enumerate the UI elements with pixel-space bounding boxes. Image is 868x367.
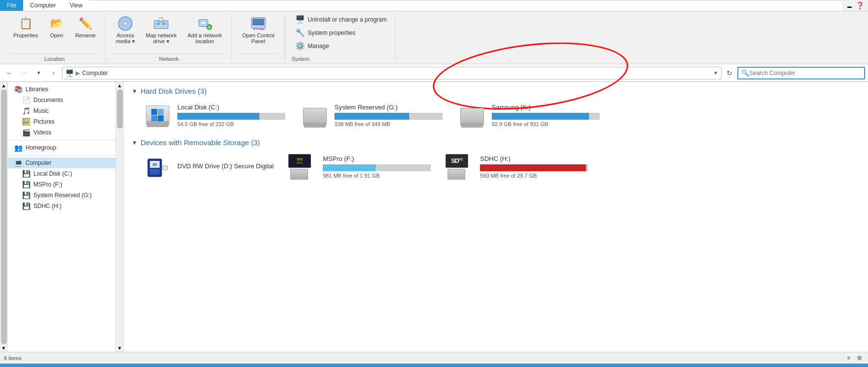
access-media-icon xyxy=(117,16,133,31)
svg-rect-22 xyxy=(158,115,164,121)
sidebar-item-videos[interactable]: 🎬 Videos xyxy=(8,127,115,138)
address-text: Computer xyxy=(82,70,713,77)
svg-text:SD: SD xyxy=(152,163,157,166)
access-media-button[interactable]: Access media ▾ xyxy=(112,13,140,47)
rename-button[interactable]: ✏️ Rename xyxy=(71,13,100,41)
sidebar-item-libraries[interactable]: 📚 Libraries xyxy=(8,84,115,95)
svg-rect-20 xyxy=(158,109,164,115)
uninstall-button[interactable]: 🖥️ Uninstall or change a program xyxy=(292,13,391,26)
large-icons-view-button[interactable]: ⊞ xyxy=(855,353,864,363)
libraries-icon: 📚 xyxy=(14,85,23,93)
removable-drives-header: ▼ Devices with Removable Storage (3) xyxy=(132,138,860,147)
ribbon-group-open: Open Control Panel xyxy=(233,13,284,62)
sidebar-item-homegroup[interactable]: 👥 Homegroup xyxy=(8,142,115,153)
ribbon-group-location-items: 📋 Properties 📂 Open ✏️ Rename xyxy=(9,13,100,52)
sdhc-h-icon: 💾 xyxy=(22,202,30,210)
forward-button[interactable]: → xyxy=(18,67,30,79)
removable-drives-grid: SD DVD RW Drive (D:) Secure Digital MS P… xyxy=(132,152,860,182)
open-control-panel-icon xyxy=(251,16,266,31)
content-scroll-down[interactable]: ▼ xyxy=(117,345,122,351)
removable-collapse[interactable]: ▼ xyxy=(132,139,138,146)
sidebar-item-system-reserved-g[interactable]: 💾 System Reserved (G:) xyxy=(8,190,115,201)
drive-system-reserved-g[interactable]: System Reserved (G:) 108 MB free of 349 … xyxy=(297,100,446,131)
map-network-drive-button[interactable]: Map network drive ▾ xyxy=(141,13,181,47)
ribbon-content: 📋 Properties 📂 Open ✏️ Rename Location xyxy=(0,11,868,64)
drive-dvd-rw-d[interactable]: SD DVD RW Drive (D:) Secure Digital xyxy=(140,152,277,182)
address-dropdown-button[interactable]: ▼ xyxy=(713,70,718,76)
drive-samsung-k-progress-fill xyxy=(492,113,589,120)
properties-label: Properties xyxy=(13,32,38,38)
uninstall-label: Uninstall or change a program xyxy=(308,16,387,23)
sidebar-scroll-up[interactable]: ▲ xyxy=(1,83,6,88)
add-network-location-button[interactable]: + Add a network location xyxy=(183,13,226,47)
drive-local-disk-c-icon-area xyxy=(143,103,172,128)
sidebar-item-documents[interactable]: 📄 Documents xyxy=(8,95,115,105)
sidebar-item-sdhc-h[interactable]: 💾 SDHC (H:) xyxy=(8,201,115,211)
properties-button[interactable]: 📋 Properties xyxy=(9,13,42,41)
ribbon-tab-bar: File Computer View 🗕 ❓ xyxy=(0,0,868,11)
access-media-label: Access media ▾ xyxy=(116,32,135,45)
drive-samsung-k-name: Samsung (K:) xyxy=(492,104,600,111)
drive-sdhc-h-name: SDHC (H:) xyxy=(480,155,588,162)
ribbon-group-network: Access media ▾ Map network drive ▾ xyxy=(107,13,232,62)
minimize-icon[interactable]: 🗕 xyxy=(846,1,853,9)
sidebar-item-music[interactable]: 🎵 Music xyxy=(8,105,115,116)
drive-sdhc-h[interactable]: SDHC SDHC (H:) 560 MB free of 29.7 GB xyxy=(442,152,591,182)
videos-label: Videos xyxy=(33,129,51,136)
documents-icon: 📄 xyxy=(22,96,30,104)
system-group-label: System xyxy=(292,54,391,62)
system-group-items: 🖥️ Uninstall or change a program 🔧 Syste… xyxy=(292,13,391,52)
svg-rect-5 xyxy=(162,23,166,25)
sidebar-item-local-disk-c[interactable]: 💾 Local Disk (C:) xyxy=(8,168,115,179)
tab-file[interactable]: File xyxy=(0,0,23,11)
search-box[interactable]: 🔍 xyxy=(737,67,865,79)
refresh-button[interactable]: ↻ xyxy=(724,67,735,79)
drive-sdhc-h-icon-area: SDHC xyxy=(446,154,475,180)
drive-dvd-rw-d-info: DVD RW Drive (D:) Secure Digital xyxy=(177,162,274,172)
up-button[interactable]: ↑ xyxy=(47,67,60,79)
map-network-drive-label: Map network drive ▾ xyxy=(146,32,177,45)
drive-mspro-f[interactable]: MS PRO MSPro (F:) 981 MB free of 1.91 GB xyxy=(285,152,434,182)
back-button[interactable]: ← xyxy=(3,67,16,79)
rename-label: Rename xyxy=(75,32,96,38)
manage-button[interactable]: ⚙️ Manage xyxy=(292,40,391,52)
sidebar-scroll-down[interactable]: ▼ xyxy=(1,345,6,351)
open-group-label xyxy=(238,53,279,62)
sidebar-item-computer[interactable]: 💻 Computer xyxy=(8,157,115,168)
svg-point-16 xyxy=(253,28,255,30)
sidebar-item-mspro-f[interactable]: 💾 MSPro (F:) xyxy=(8,179,115,190)
system-properties-button[interactable]: 🔧 System properties xyxy=(292,26,391,39)
ribbon-group-location: 📋 Properties 📂 Open ✏️ Rename Location xyxy=(4,13,106,62)
status-bar: 6 items ≡ ⊞ xyxy=(0,352,868,364)
hard-disk-collapse[interactable]: ▼ xyxy=(132,88,138,95)
drive-system-reserved-g-name: System Reserved (G:) xyxy=(335,104,443,111)
ribbon-group-system: 🖥️ Uninstall or change a program 🔧 Syste… xyxy=(287,13,396,62)
open-button[interactable]: 📂 Open xyxy=(44,13,69,41)
open-control-panel-button[interactable]: Open Control Panel xyxy=(238,13,279,47)
main-layout: ▲ ▼ 📚 Libraries 📄 Documents 🎵 Music 🖼️ P… xyxy=(0,82,868,352)
tab-computer[interactable]: Computer xyxy=(23,0,63,11)
drive-sdhc-h-info: SDHC (H:) 560 MB free of 29.7 GB xyxy=(480,155,588,179)
drive-samsung-k[interactable]: Samsung (K:) 92.9 GB free of 931 GB xyxy=(454,100,603,131)
drive-samsung-k-icon-area xyxy=(457,103,487,128)
sdhc-h-label: SDHC (H:) xyxy=(33,203,61,210)
system-reserved-g-label: System Reserved (G:) xyxy=(33,192,92,199)
drive-system-reserved-g-progress-bg xyxy=(335,113,443,120)
details-view-button[interactable]: ≡ xyxy=(845,353,853,363)
network-group-label: Network xyxy=(112,53,226,62)
system-properties-icon: 🔧 xyxy=(295,28,305,37)
search-input[interactable] xyxy=(749,70,861,77)
svg-rect-19 xyxy=(151,109,157,115)
drive-local-disk-c[interactable]: Local Disk (C:) 54.5 GB free of 232 GB xyxy=(140,100,289,131)
drive-samsung-k-free: 92.9 GB free of 931 GB xyxy=(492,121,600,127)
homegroup-label: Homegroup xyxy=(26,144,56,151)
tab-view[interactable]: View xyxy=(63,0,89,11)
dropdown-history-button[interactable]: ▼ xyxy=(32,67,45,79)
sidebar-item-pictures[interactable]: 🖼️ Pictures xyxy=(8,116,115,127)
mspro-f-icon: 💾 xyxy=(22,181,30,188)
drive-local-disk-c-name: Local Disk (C:) xyxy=(177,104,285,111)
help-icon[interactable]: ❓ xyxy=(856,1,864,9)
videos-icon: 🎬 xyxy=(22,129,30,136)
content-scroll-up[interactable]: ▲ xyxy=(117,83,122,88)
drive-local-disk-c-progress-bg xyxy=(177,113,285,120)
